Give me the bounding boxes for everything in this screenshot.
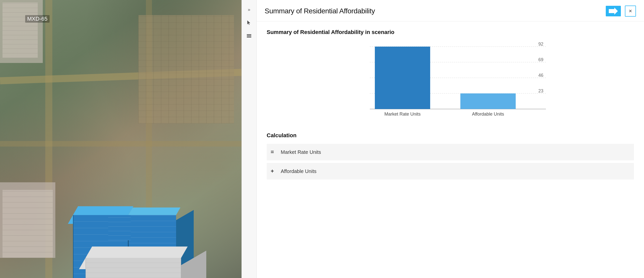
affordability-chart: 92 69 46 23 Market Rate Units Afford (267, 42, 634, 117)
map-zone-label: MXD-65 (25, 15, 50, 23)
calc-operator-plus: + (271, 168, 281, 175)
calc-operator-equals: = (271, 149, 281, 155)
panel-title: Summary of Residential Affordability (265, 7, 375, 15)
x-label-market-rate: Market Rate Units (384, 112, 421, 117)
svg-rect-1 (247, 36, 251, 36)
navigate-arrow-button[interactable] (606, 6, 621, 16)
panel-header: Summary of Residential Affordability × (257, 0, 644, 21)
bar-affordable (460, 93, 516, 109)
right-panel: Summary of Residential Affordability × S… (257, 0, 644, 278)
calc-label-affordable: Affordable Units (281, 168, 316, 174)
y-axis-label-23: 23 (538, 88, 543, 93)
svg-rect-0 (247, 34, 251, 35)
layers-icon (246, 33, 252, 39)
layers-button[interactable] (245, 31, 254, 40)
y-axis-label-92: 92 (538, 42, 543, 47)
y-axis-label-69: 69 (538, 57, 543, 62)
cursor-tool-button[interactable] (245, 18, 254, 27)
toolbar-strip: » (242, 0, 257, 278)
close-icon: × (629, 8, 632, 14)
calculation-title: Calculation (267, 132, 634, 139)
y-axis-label-46: 46 (538, 73, 543, 78)
chevron-right-icon: » (248, 7, 250, 12)
calc-label-market-rate: Market Rate Units (281, 149, 321, 155)
calc-row-market-rate: = Market Rate Units (267, 144, 634, 160)
svg-marker-3 (609, 8, 618, 15)
x-label-affordable: Affordable Units (472, 112, 504, 117)
header-actions: × (606, 6, 636, 17)
chart-section-title: Summary of Residential Affordability in … (267, 29, 634, 36)
panel-content: Summary of Residential Affordability in … (257, 21, 644, 278)
map-view: MXD-65 (0, 0, 242, 278)
close-panel-button[interactable]: × (625, 6, 636, 17)
svg-rect-2 (247, 37, 251, 38)
expand-panel-button[interactable]: » (245, 5, 254, 14)
chart-container: 92 69 46 23 Market Rate Units Afford (267, 42, 634, 122)
cursor-icon (246, 20, 252, 25)
calc-row-affordable: + Affordable Units (267, 163, 634, 180)
bar-market-rate (375, 47, 430, 109)
arrow-right-icon (609, 8, 618, 15)
